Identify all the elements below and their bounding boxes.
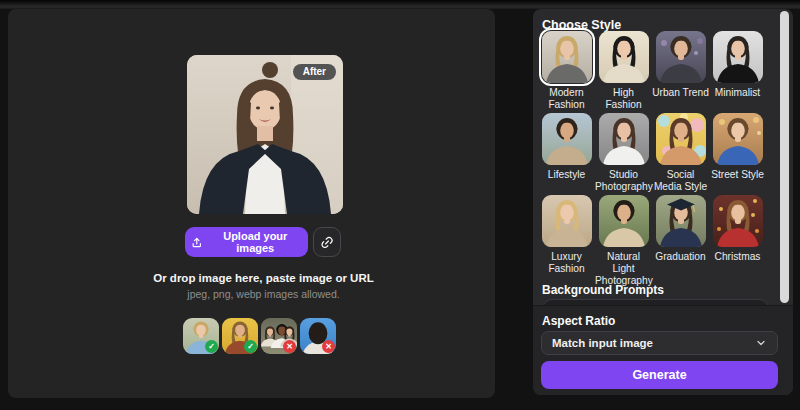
upload-button[interactable]: Upload your images bbox=[185, 227, 308, 257]
upload-button-label: Upload your images bbox=[209, 230, 302, 254]
upload-actions: Upload your images bbox=[185, 227, 341, 257]
style-thumb[interactable] bbox=[542, 113, 592, 165]
style-thumb[interactable] bbox=[713, 113, 763, 165]
upload-panel: After Upload your images Or drop image h… bbox=[8, 9, 495, 398]
aspect-ratio-select[interactable]: Match input image bbox=[541, 331, 778, 355]
paste-url-button[interactable] bbox=[313, 227, 341, 257]
cross-icon: ✕ bbox=[322, 340, 335, 353]
style-thumb[interactable] bbox=[599, 31, 649, 83]
generate-button[interactable]: Generate bbox=[541, 361, 778, 389]
style-card-luxury-fashion[interactable]: Luxury Fashion bbox=[538, 195, 595, 287]
style-card-studio-photography[interactable]: Studio Photography bbox=[595, 113, 652, 193]
style-label: Luxury Fashion bbox=[538, 251, 595, 275]
check-icon: ✓ bbox=[244, 340, 257, 353]
style-thumb[interactable] bbox=[713, 195, 763, 247]
style-label: High Fashion bbox=[595, 87, 652, 111]
style-label: Urban Trend bbox=[652, 87, 709, 111]
style-card-high-fashion[interactable]: High Fashion bbox=[595, 31, 652, 111]
scrollbar-thumb[interactable] bbox=[780, 11, 789, 303]
style-label: Street Style bbox=[709, 169, 766, 193]
preview-image: After bbox=[187, 55, 343, 214]
style-card-street-style[interactable]: Street Style bbox=[709, 113, 766, 193]
style-card-graduation[interactable]: Graduation bbox=[652, 195, 709, 287]
style-thumb[interactable] bbox=[542, 31, 592, 83]
example-image-invalid[interactable]: ✕ bbox=[300, 318, 336, 354]
cross-icon: ✕ bbox=[283, 340, 296, 353]
style-label: Modern Fashion bbox=[538, 87, 595, 111]
style-thumb[interactable] bbox=[713, 31, 763, 83]
allowed-formats: jpeg, png, webp images allowed. bbox=[20, 288, 507, 300]
style-label: Lifestyle bbox=[538, 169, 595, 193]
style-thumb[interactable] bbox=[599, 195, 649, 247]
style-thumb[interactable] bbox=[656, 195, 706, 247]
style-label: Studio Photography bbox=[595, 169, 652, 193]
window-top-edge bbox=[0, 0, 800, 9]
style-thumb[interactable] bbox=[542, 195, 592, 247]
style-card-lifestyle[interactable]: Lifestyle bbox=[538, 113, 595, 193]
style-thumb[interactable] bbox=[656, 113, 706, 165]
style-grid: Modern Fashion High Fashion Urban Trend … bbox=[538, 31, 768, 287]
after-badge: After bbox=[293, 64, 336, 80]
style-label: Graduation bbox=[652, 251, 709, 275]
style-card-natural-light-photography[interactable]: Natural Light Photography bbox=[595, 195, 652, 287]
background-prompts-label: Background Prompts bbox=[542, 283, 664, 297]
check-icon: ✓ bbox=[205, 340, 218, 353]
style-thumb[interactable] bbox=[599, 113, 649, 165]
style-label: Natural Light Photography bbox=[595, 251, 652, 287]
generate-section: Aspect Ratio Match input image Generate bbox=[533, 305, 793, 395]
example-image-valid[interactable]: ✓ bbox=[183, 318, 219, 354]
choose-style-title: Choose Style bbox=[542, 18, 621, 32]
chevron-down-icon bbox=[755, 337, 767, 349]
aspect-ratio-value: Match input image bbox=[552, 337, 653, 349]
upload-icon bbox=[191, 236, 203, 249]
link-icon bbox=[320, 235, 334, 250]
app-window: After Upload your images Or drop image h… bbox=[0, 0, 800, 410]
example-image-invalid[interactable]: ✕ bbox=[261, 318, 297, 354]
example-image-valid[interactable]: ✓ bbox=[222, 318, 258, 354]
style-label: Minimalist bbox=[709, 87, 766, 111]
style-card-urban-trend[interactable]: Urban Trend bbox=[652, 31, 709, 111]
settings-panel: Choose Style Modern Fashion High Fashion… bbox=[533, 9, 793, 395]
example-images: ✓ ✓ ✕ ✕ bbox=[16, 318, 503, 354]
style-card-minimalist[interactable]: Minimalist bbox=[709, 31, 766, 111]
style-card-social-media-style[interactable]: Social Media Style bbox=[652, 113, 709, 193]
style-label: Social Media Style bbox=[652, 169, 709, 193]
aspect-ratio-label: Aspect Ratio bbox=[542, 314, 615, 328]
drop-instructions: Or drop image here, paste image or URL bbox=[20, 272, 507, 284]
style-thumb[interactable] bbox=[656, 31, 706, 83]
style-card-modern-fashion[interactable]: Modern Fashion bbox=[538, 31, 595, 111]
style-label: Christmas bbox=[709, 251, 766, 275]
style-card-christmas[interactable]: Christmas bbox=[709, 195, 766, 287]
style-scroll-area: Choose Style Modern Fashion High Fashion… bbox=[533, 9, 793, 305]
